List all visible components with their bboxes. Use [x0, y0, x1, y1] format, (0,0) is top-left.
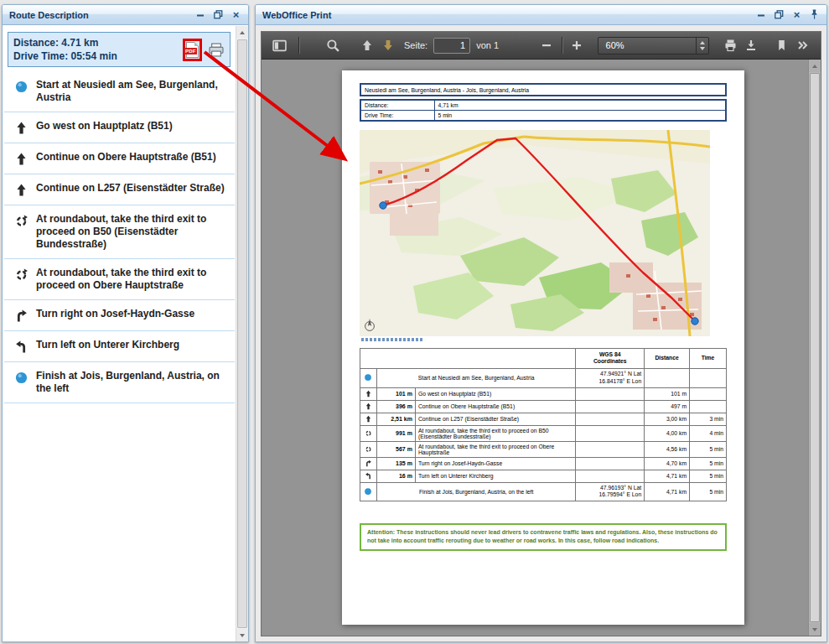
route-map-image — [360, 130, 710, 336]
restore-button[interactable] — [210, 8, 226, 22]
distance-cell: 4,71 km — [645, 470, 690, 482]
route-title-cell: Neusiedl am See, Burgenland, Austria - J… — [360, 84, 726, 96]
previous-page-button[interactable] — [356, 34, 377, 56]
step-length-cell: 2,51 km — [376, 413, 415, 425]
pin-button[interactable] — [806, 8, 822, 22]
coordinates-header-cell: WGS 84Coordinates — [576, 349, 645, 369]
distance-label-cell: Distance: — [360, 100, 434, 111]
viewer-scrollbar[interactable] — [808, 60, 821, 636]
route-step-text: Turn right on Josef-Haydn-Gasse — [36, 308, 231, 320]
scrollbar-thumb[interactable] — [810, 73, 820, 622]
route-description-titlebar[interactable]: Route Description × — [3, 5, 248, 25]
close-button[interactable]: × — [228, 8, 244, 22]
step-length-cell: 396 m — [376, 400, 415, 413]
finish-marker-icon — [11, 370, 31, 385]
pdf-toolbar: Seite: von 1 60% — [262, 32, 821, 60]
more-tools-button[interactable] — [792, 34, 813, 56]
pin-icon — [808, 8, 821, 21]
step-description-cell: Continue on Obere Hauptstraße (B51) — [415, 400, 575, 413]
close-icon: × — [794, 9, 801, 20]
route-step[interactable]: Turn right on Josef-Haydn-Gasse — [4, 300, 235, 331]
arrow-down-icon — [381, 39, 395, 52]
drive-time-label-cell: Drive Time: — [360, 111, 434, 122]
distance-value-cell: 4,71 km — [434, 100, 726, 111]
distance-cell — [645, 368, 690, 387]
scroll-up-button[interactable] — [236, 26, 248, 39]
minimize-button[interactable] — [193, 8, 209, 22]
distance-cell: 3,00 km — [645, 413, 690, 425]
route-step-text: Turn left on Unterer Kirchberg — [36, 339, 231, 351]
scroll-down-button[interactable] — [809, 623, 821, 636]
step-description-cell: Go west on Hauptplatz (B51) — [415, 387, 575, 400]
distance-header-cell: Distance — [645, 349, 690, 369]
restore-icon — [212, 8, 225, 21]
time-cell: 5 min — [690, 441, 727, 457]
scrollbar-thumb[interactable] — [237, 39, 247, 628]
time-cell — [690, 368, 727, 387]
coordinates-cell — [576, 457, 645, 470]
sidebar-toggle-button[interactable] — [269, 34, 290, 56]
distance-cell: 497 m — [645, 400, 690, 413]
coordinates-cell — [576, 413, 645, 425]
next-page-button[interactable] — [377, 34, 398, 56]
straight-arrow-icon — [11, 182, 31, 197]
panel-title: WebOffice Print — [262, 10, 752, 20]
time-cell: 5 min — [690, 482, 727, 501]
pdf-viewer[interactable]: Neusiedl am See, Burgenland, Austria - J… — [262, 60, 821, 636]
route-panel-scrollbar[interactable] — [236, 26, 248, 641]
panel-title: Route Description — [9, 10, 191, 20]
drive-time-value-cell: 5 min — [434, 111, 726, 122]
print-document-button[interactable] — [720, 34, 741, 56]
pdf-viewer-frame: Seite: von 1 60% — [261, 31, 821, 636]
route-step-text: Go west on Hauptplatz (B51) — [36, 120, 231, 132]
export-pdf-button[interactable]: PDF — [186, 42, 199, 58]
distance-cell: 4,71 km — [645, 482, 690, 501]
roundabout-icon — [360, 425, 377, 441]
search-button[interactable] — [323, 34, 344, 56]
zoom-out-button[interactable] — [536, 34, 557, 56]
straight-arrow-icon — [11, 120, 31, 135]
route-step[interactable]: Continue on Obere Hauptstraße (B51) — [4, 143, 235, 174]
route-step[interactable]: Go west on Hauptplatz (B51) — [4, 112, 235, 143]
straight-arrow-icon — [360, 387, 377, 400]
step-description-cell: Turn left on Unterer Kirchberg — [415, 470, 575, 482]
empty-header-cell — [360, 349, 576, 369]
step-description-cell: At roundabout, take the third exit to pr… — [415, 441, 575, 457]
step-description-cell: Turn right on Josef-Haydn-Gasse — [415, 457, 575, 470]
route-step[interactable]: Start at Neusiedl am See, Burgenland, Au… — [4, 71, 235, 112]
distance-cell: 101 m — [645, 387, 690, 400]
route-directions-table: WGS 84Coordinates Distance Time Start at… — [360, 348, 727, 501]
printer-icon — [208, 43, 225, 57]
scroll-up-button[interactable] — [809, 60, 821, 72]
minimize-button[interactable] — [754, 8, 769, 22]
scroll-down-button[interactable] — [236, 629, 248, 641]
zoom-in-button[interactable] — [567, 34, 588, 56]
pdf-export-highlight-box: PDF — [183, 39, 202, 61]
route-drive-time-text: Drive Time: 05:54 min — [13, 49, 183, 63]
step-description-cell: At roundabout, take the third exit to pr… — [415, 425, 575, 441]
table-row: Drive Time: 5 min — [360, 111, 726, 122]
sidebar-toggle-icon — [272, 39, 287, 53]
route-map — [360, 130, 710, 336]
zoom-spinner[interactable] — [696, 38, 708, 54]
route-step[interactable]: At roundabout, take the third exit to pr… — [4, 259, 235, 300]
close-icon: × — [233, 9, 240, 20]
route-step[interactable]: Finish at Jois, Burgenland, Austria, on … — [4, 362, 235, 403]
page-number-input[interactable] — [433, 38, 470, 54]
print-route-button[interactable] — [208, 43, 225, 57]
route-step[interactable]: Turn left on Unterer Kirchberg — [4, 331, 235, 362]
coordinates-cell — [576, 387, 645, 400]
page-count-label: von 1 — [476, 40, 499, 50]
route-step[interactable]: Continue on L257 (Eisenstädter Straße) — [4, 174, 235, 205]
close-button[interactable]: × — [789, 8, 805, 22]
weboffice-print-titlebar[interactable]: WebOffice Print × — [256, 5, 826, 25]
route-step[interactable]: At roundabout, take the third exit to pr… — [4, 205, 235, 259]
restore-button[interactable] — [771, 8, 787, 22]
zoom-level-select[interactable]: 60% — [598, 37, 709, 55]
straight-arrow-icon — [360, 400, 377, 413]
application-window: { "left_panel": { "title": "Route Descri… — [0, 0, 829, 644]
bookmark-button[interactable] — [772, 34, 793, 56]
download-button[interactable] — [741, 34, 762, 56]
coordinates-cell: 47.94921° N Lat16.84178° E Lon — [576, 368, 645, 387]
spinner-up-icon — [700, 41, 705, 44]
